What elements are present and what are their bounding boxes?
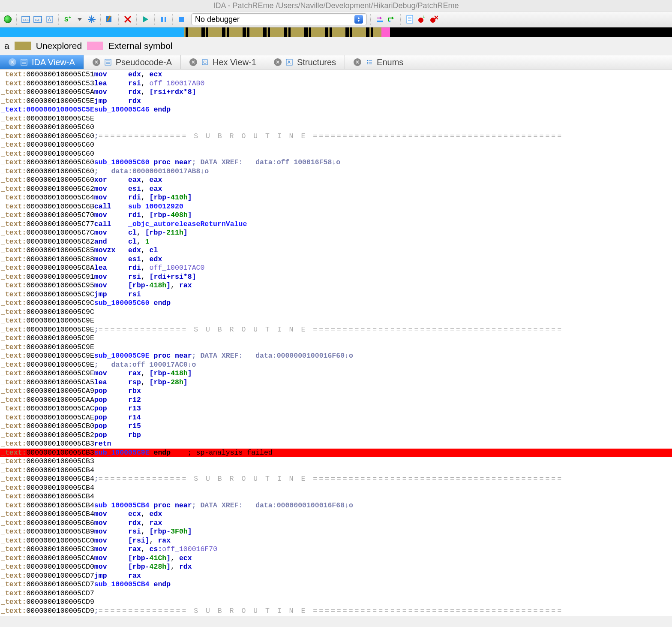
disasm-line[interactable]: _text:0000000100005CB3 bbox=[0, 457, 672, 466]
disasm-line[interactable]: _text:0000000100005C9C jmp rsi bbox=[0, 290, 672, 299]
disasm-line[interactable]: _text:0000000100005CCA mov [rbp-41Ch], e… bbox=[0, 554, 672, 563]
disasm-line[interactable]: _text:0000000100005C9E bbox=[0, 317, 672, 326]
disasm-line[interactable]: _text:0000000100005CD0 mov [rbp-428h], r… bbox=[0, 563, 672, 572]
disasm-line[interactable]: _text:0000000100005CB4 sub_100005CB4 pro… bbox=[0, 501, 672, 510]
disasm-line[interactable]: _text:0000000100005C70 mov rdi, [rbp-408… bbox=[0, 211, 672, 220]
disasm-line[interactable]: _text:0000000100005C82 and cl, 1 bbox=[0, 238, 672, 247]
disasm-line[interactable]: _text:0000000100005C62 mov esi, eax bbox=[0, 185, 672, 194]
add-struct-icon[interactable]: S+ bbox=[63, 14, 73, 24]
disasm-line[interactable]: _text:0000000100005CB3 retn bbox=[0, 440, 672, 449]
disasm-line[interactable]: _text:0000000100005CB4 bbox=[0, 492, 672, 501]
disasm-line[interactable]: _text:0000000100005C60 ; data:0000000100… bbox=[0, 167, 672, 176]
disasm-line[interactable]: _text:0000000100005C60 bbox=[0, 141, 672, 150]
code-view-icon[interactable]: CODE bbox=[21, 14, 31, 24]
breakpoint-remove-icon[interactable] bbox=[429, 14, 439, 24]
disasm-line[interactable]: _text:0000000100005CD9 bbox=[0, 598, 672, 607]
disasm-line[interactable]: _text:0000000100005C9C sub_100005C60 end… bbox=[0, 299, 672, 308]
tab-label: Structures bbox=[297, 57, 336, 67]
tab-close-icon[interactable]: ✕ bbox=[189, 58, 197, 66]
disasm-line[interactable]: _text:0000000100005C5E bbox=[0, 115, 672, 124]
breakpoint-add-icon[interactable]: + bbox=[417, 14, 427, 24]
tab-ida-view-a[interactable]: ✕ IDA View-A bbox=[0, 55, 84, 69]
disasm-line[interactable]: _text:0000000100005CC3 mov rax, cs:off_1… bbox=[0, 545, 672, 554]
disasm-line[interactable]: _text:0000000100005C6B call sub_10001292… bbox=[0, 202, 672, 211]
disasm-line[interactable]: _text:0000000100005C7C mov cl, [rbp-211h… bbox=[0, 229, 672, 238]
step-into-icon[interactable] bbox=[375, 14, 385, 24]
tab-enums[interactable]: ✕ Enums bbox=[345, 55, 412, 69]
tab-close-icon[interactable]: ✕ bbox=[9, 58, 16, 66]
disasm-line[interactable]: _text:0000000100005C88 mov esi, edx bbox=[0, 255, 672, 264]
debugger-select[interactable]: No debugger ▲▼ bbox=[191, 13, 367, 25]
svg-rect-18 bbox=[161, 17, 163, 22]
disasm-line[interactable]: _text:0000000100005CB0 pop r15 bbox=[0, 422, 672, 431]
disasm-line[interactable]: _text:0000000100005C85 movzx edx, cl bbox=[0, 246, 672, 255]
step-over-icon[interactable] bbox=[387, 14, 397, 24]
disasm-line[interactable]: _text:0000000100005C60 bbox=[0, 123, 672, 132]
run-indicator-icon[interactable] bbox=[3, 14, 13, 24]
disasm-line[interactable]: _text:0000000100005C60 sub_100005C60 pro… bbox=[0, 158, 672, 167]
disasm-line[interactable]: _text:0000000100005CA9 pop rbx bbox=[0, 387, 672, 396]
tab-pseudocode-a[interactable]: ✕ Pseudocode-A bbox=[84, 55, 181, 69]
snowflake-icon[interactable] bbox=[87, 14, 97, 24]
disasm-line[interactable]: _text:0000000100005C8A lea rdi, off_1000… bbox=[0, 264, 672, 273]
disasm-line[interactable]: _text:0000000100005C60 xor eax, eax bbox=[0, 176, 672, 185]
disasm-line[interactable]: _text:0000000100005C77 call _objc_autore… bbox=[0, 220, 672, 229]
disasm-line[interactable]: _text:0000000100005CB4 mov ecx, edx bbox=[0, 510, 672, 519]
disasm-line[interactable]: _text:0000000100005CD7 sub_100005CB4 end… bbox=[0, 580, 672, 589]
disasm-line[interactable]: _text:0000000100005C5E jmp rdx bbox=[0, 97, 672, 106]
disasm-line[interactable]: _text:0000000100005C9E bbox=[0, 334, 672, 343]
svg-rect-20 bbox=[179, 17, 184, 22]
disasm-line[interactable]: _text:0000000100005CAC pop r13 bbox=[0, 404, 672, 413]
disasm-line[interactable]: _text:0000000100005CB4 bbox=[0, 484, 672, 493]
disasm-line[interactable]: _text:0000000100005CA5 lea rsp, [rbp-28h… bbox=[0, 378, 672, 387]
disasm-line[interactable]: _text:0000000100005CB4 ; ===============… bbox=[0, 475, 672, 484]
disasm-line[interactable]: _text:0000000100005CB6 mov rdx, rax bbox=[0, 519, 672, 528]
disasm-line[interactable]: _text:0000000100005CB2 pop rbp bbox=[0, 431, 672, 440]
disasm-line[interactable]: _text:0000000100005CD7 jmp rax bbox=[0, 572, 672, 581]
tab-hex-view-1[interactable]: ✕ Hex View-1 bbox=[181, 55, 265, 69]
disasm-line[interactable]: _text:0000000100005C9E ; data:off 100017… bbox=[0, 361, 672, 370]
disasm-line[interactable]: _text:0000000100005C9E sub_100005C9E pro… bbox=[0, 352, 672, 361]
stop-icon[interactable] bbox=[177, 14, 187, 24]
external-swatch bbox=[87, 42, 103, 50]
disasm-line[interactable]: _text:0000000100005C91 mov rsi, [rdi+rsi… bbox=[0, 273, 672, 282]
disasm-line[interactable]: _text:0000000100005CC0 mov [rsi], rax bbox=[0, 537, 672, 546]
notes-icon[interactable] bbox=[405, 14, 415, 24]
disasm-line[interactable]: _text:0000000100005C9C bbox=[0, 308, 672, 317]
tab-structures[interactable]: ✕ A Structures bbox=[265, 55, 345, 69]
disasm-line[interactable]: _text:0000000100005CB3 sub_100005C9E end… bbox=[0, 449, 672, 458]
play-icon[interactable] bbox=[141, 14, 151, 24]
data-view-icon[interactable]: DATA bbox=[33, 14, 43, 24]
disasm-line[interactable]: _text:0000000100005C51 mov edx, ecx bbox=[0, 70, 672, 79]
disasm-line[interactable]: _text:0000000100005C64 mov rdi, [rbp-410… bbox=[0, 193, 672, 202]
disasm-line[interactable]: _text:0000000100005C9E mov rax, [rbp-418… bbox=[0, 369, 672, 378]
tab-close-icon[interactable]: ✕ bbox=[274, 58, 282, 66]
disasm-line[interactable]: _text:0000000100005C5E sub_100005C46 end… bbox=[0, 106, 672, 115]
disasm-line[interactable]: _text:0000000100005C9E ; ===============… bbox=[0, 326, 672, 335]
disasm-line[interactable]: _text:0000000100005CAE pop r14 bbox=[0, 413, 672, 422]
tab-close-icon[interactable]: ✕ bbox=[354, 58, 361, 66]
disasm-line[interactable]: _text:0000000100005C95 mov [rbp-418h], r… bbox=[0, 281, 672, 290]
disasm-line[interactable]: _text:0000000100005CD7 bbox=[0, 589, 672, 598]
delete-icon[interactable] bbox=[123, 14, 133, 24]
pause-icon[interactable] bbox=[159, 14, 169, 24]
disasm-line[interactable]: _text:0000000100005CB4 bbox=[0, 466, 672, 475]
disassembly-view[interactable]: _text:0000000100005C51 mov edx, ecx_text… bbox=[0, 69, 672, 616]
disasm-line[interactable]: _text:0000000100005C53 lea rsi, off_1000… bbox=[0, 79, 672, 88]
disasm-line[interactable]: _text:0000000100005C5A mov rdx, [rsi+rdx… bbox=[0, 88, 672, 97]
disasm-line[interactable]: _text:0000000100005CAA pop r12 bbox=[0, 396, 672, 405]
struct-icon[interactable]: A bbox=[45, 14, 55, 24]
disasm-line[interactable]: _text:0000000100005C9E bbox=[0, 343, 672, 352]
dropdown-arrow-icon[interactable] bbox=[75, 14, 85, 24]
svg-marker-17 bbox=[143, 16, 148, 22]
disasm-line[interactable]: _text:0000000100005CD9 ; ===============… bbox=[0, 607, 672, 616]
disasm-line[interactable]: _text:0000000100005CB9 mov rsi, [rbp-3F0… bbox=[0, 528, 672, 537]
edit-icon[interactable] bbox=[105, 14, 115, 24]
navigation-band[interactable] bbox=[0, 27, 672, 37]
disasm-line[interactable]: _text:0000000100005C60 bbox=[0, 150, 672, 159]
svg-text:A: A bbox=[48, 17, 51, 22]
tab-close-icon[interactable]: ✕ bbox=[93, 58, 100, 66]
svg-text:A: A bbox=[288, 60, 291, 65]
window-title: IDA - PatchREme /Users/Naville/Developme… bbox=[0, 0, 672, 11]
disasm-line[interactable]: _text:0000000100005C60 ; ===============… bbox=[0, 132, 672, 141]
